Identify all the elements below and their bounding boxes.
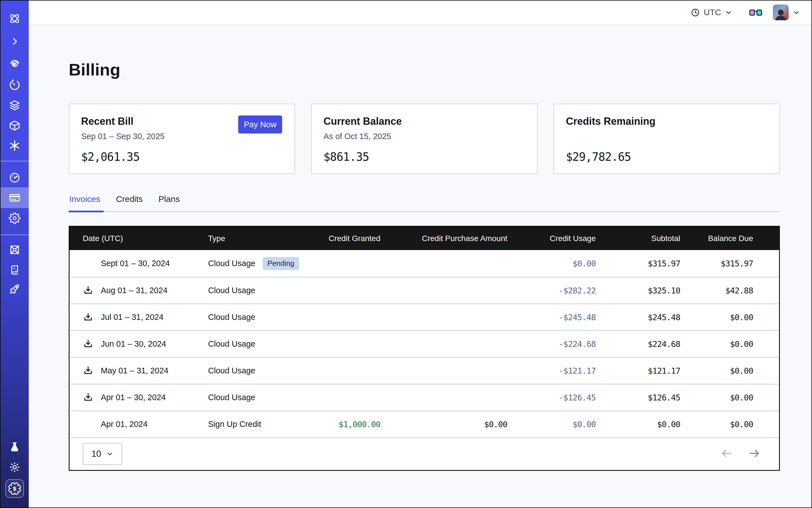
balance-due-cell: $0.00	[691, 420, 779, 429]
balance-due-cell: $315.97	[691, 259, 779, 268]
timezone-selector[interactable]: UTC	[691, 8, 732, 17]
recent-bill-amount: $2,061.35	[81, 151, 140, 163]
user-avatar[interactable]	[773, 4, 788, 20]
invoice-date: Apr 01 – 30, 2024	[101, 393, 166, 402]
tab-plans[interactable]: Plans	[158, 194, 181, 211]
temporal-logo-icon[interactable]	[8, 12, 21, 25]
sidebar-divider	[1, 161, 29, 161]
billing-credit-card-icon[interactable]	[8, 192, 21, 204]
download-slot-empty	[83, 419, 93, 430]
workflows-spiral-icon[interactable]	[9, 58, 20, 70]
sidebar: $	[1, 1, 29, 507]
download-invoice-icon	[83, 366, 93, 376]
topbar: UTC	[29, 1, 812, 25]
subtotal-cell: $315.97	[607, 259, 691, 268]
balance-due-cell: $42.88	[691, 286, 779, 295]
subtotal-cell: $325.10	[607, 286, 691, 295]
invoice-type: Cloud Usage	[208, 312, 255, 322]
subtotal-cell: $0.00	[607, 420, 691, 429]
account-menu-chevron[interactable]	[793, 9, 800, 16]
invoice-date: Aug 01 – 31, 2024	[101, 286, 168, 295]
download-invoice-button[interactable]	[83, 392, 93, 403]
subtotal-cell: $121.17	[607, 366, 691, 376]
previous-page-button[interactable]	[721, 447, 733, 461]
recent-bill-card: Recent Bill Sep 01 – Sep 30, 2025 $2,061…	[69, 103, 295, 174]
column-header: Balance Due	[691, 234, 779, 243]
invoice-date: Jul 01 – 31, 2024	[101, 312, 164, 322]
download-invoice-button[interactable]	[83, 339, 93, 349]
timezone-label: UTC	[703, 8, 721, 17]
docs-book-icon[interactable]	[9, 264, 20, 276]
main-content: Billing Recent Bill Sep 01 – Sep 30, 202…	[29, 25, 812, 471]
credit-usage-cell: -$282.22	[518, 286, 607, 295]
namespaces-layers-icon[interactable]	[9, 99, 20, 111]
credits-remaining-amount: $29,782.65	[566, 151, 631, 163]
labs-flask-icon[interactable]	[9, 441, 20, 453]
nexus-asterisk-icon[interactable]	[9, 140, 20, 152]
chevron-down-icon	[106, 450, 114, 458]
deployments-cube-icon[interactable]	[9, 120, 20, 131]
billing-page: { "topbar": { "timezone": "UTC" }, "page…	[0, 0, 812, 508]
theme-sun-icon[interactable]	[9, 462, 20, 473]
usage-gauge-icon[interactable]	[9, 172, 20, 183]
tab-invoices[interactable]: Invoices	[69, 194, 101, 211]
column-header: Subtotal	[607, 234, 691, 243]
download-invoice-icon	[83, 339, 93, 349]
invoice-date: Apr 01, 2024	[101, 420, 147, 429]
schedules-timer-icon[interactable]	[9, 79, 20, 91]
invoice-type-cell: Cloud Usage	[208, 393, 312, 402]
invoice-type: Cloud Usage	[208, 259, 255, 268]
subtotal-cell: $224.68	[607, 339, 691, 349]
billing-tabs: InvoicesCreditsPlans	[69, 194, 780, 212]
current-balance-as-of: As of Oct 15, 2025	[324, 132, 525, 141]
next-page-button[interactable]	[748, 447, 761, 461]
download-slot-empty	[83, 258, 93, 269]
status-badge: Pending	[263, 257, 299, 270]
invoice-date-cell: Apr 01, 2024	[70, 419, 208, 430]
download-invoice-icon	[83, 392, 93, 403]
avatar-photo	[773, 6, 788, 20]
invoice-type-cell: Cloud UsagePending	[208, 257, 312, 270]
pricing-dollar-badge-button[interactable]: $	[5, 479, 24, 498]
invoice-type-cell: Cloud Usage	[208, 312, 312, 322]
invoice-type-cell: Sign Up Credit	[208, 420, 312, 429]
download-invoice-button[interactable]	[83, 366, 93, 376]
svg-text:$: $	[13, 485, 16, 492]
download-invoice-button[interactable]	[83, 285, 93, 296]
table-row: May 01 – 31, 2024Cloud Usage-$121.17$121…	[70, 357, 779, 384]
sidebar-divider	[1, 235, 29, 235]
invoice-type: Cloud Usage	[208, 366, 255, 375]
support-wheel-icon[interactable]	[9, 244, 20, 256]
page-size-value: 10	[91, 449, 101, 459]
credit-usage-cell: -$224.68	[518, 339, 607, 349]
invoice-type-cell: Cloud Usage	[208, 339, 312, 349]
pay-now-button[interactable]: Pay Now	[238, 116, 282, 133]
table-row: Jun 01 – 30, 2024Cloud Usage-$224.68$224…	[70, 330, 779, 357]
invoice-type: Cloud Usage	[208, 393, 255, 402]
pagination-arrows	[721, 447, 761, 461]
column-header: Credit Granted	[312, 234, 391, 243]
credit-granted-cell: $1,000.00	[312, 420, 391, 429]
invoice-date-cell: Jul 01 – 31, 2024	[70, 312, 208, 323]
invoice-date-cell: May 01 – 31, 2024	[70, 366, 208, 376]
balance-due-cell: $0.00	[691, 339, 779, 349]
arrow-right-icon	[748, 447, 761, 460]
invoice-type: Cloud Usage	[208, 286, 255, 295]
invoice-type: Cloud Usage	[208, 339, 255, 349]
credit-usage-cell: $0.00	[518, 259, 607, 268]
download-invoice-button[interactable]	[83, 312, 93, 323]
column-header: Type	[208, 234, 312, 243]
credit-purchase-amount-cell: $0.00	[391, 420, 518, 429]
page-size-select[interactable]: 10	[83, 443, 122, 465]
sidebar-expand-chevron-icon[interactable]	[9, 36, 20, 47]
download-invoice-icon	[83, 286, 93, 296]
credit-usage-cell: -$121.17	[518, 366, 607, 376]
balance-due-cell: $0.00	[691, 366, 779, 376]
settings-gear-icon[interactable]	[9, 212, 20, 224]
tab-credits[interactable]: Credits	[116, 194, 144, 211]
table-row: Aug 01 – 31, 2024Cloud Usage-$282.22$325…	[70, 277, 779, 304]
column-header: Date (UTC)	[70, 234, 208, 243]
invoice-type: Sign Up Credit	[208, 420, 261, 429]
getting-started-rocket-icon[interactable]	[9, 283, 20, 295]
feedback-glasses-button[interactable]	[749, 8, 762, 17]
